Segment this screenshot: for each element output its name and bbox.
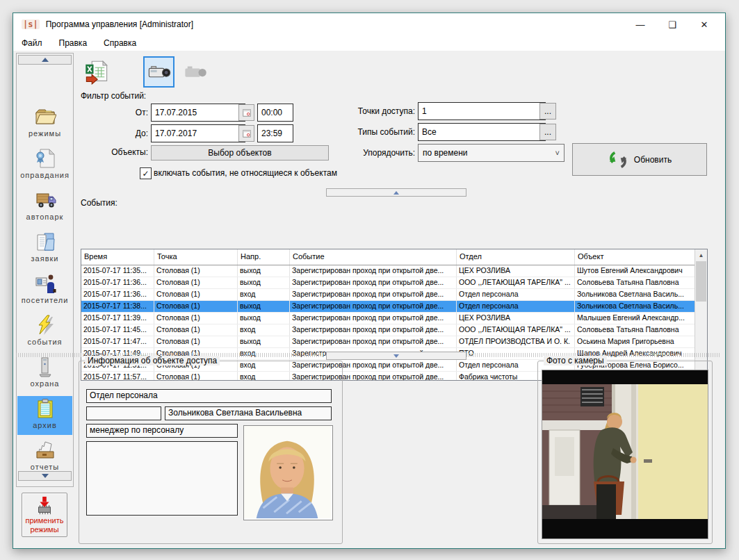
card-file-icon [34, 439, 56, 461]
column-header-event[interactable]: Событие [290, 249, 457, 265]
event-row[interactable]: 2015-07-17 11:45... Столовая (1) вход За… [81, 324, 707, 336]
scrollbar-thumb[interactable] [696, 261, 706, 302]
event-types-field[interactable]: Все [418, 123, 546, 141]
folder-icon [34, 106, 56, 128]
triangle-up-icon [393, 191, 399, 195]
person-portrait-photo [243, 425, 333, 520]
from-label: От: [111, 108, 148, 117]
column-header-direction[interactable]: Напр. [238, 249, 290, 265]
triangle-down-icon [393, 354, 399, 358]
menu-file[interactable]: Файл [20, 37, 44, 49]
collapse-filter-splitter[interactable] [326, 188, 466, 197]
chevron-down-icon [42, 474, 49, 478]
to-label: До: [111, 129, 148, 138]
minimize-button[interactable]: — [629, 14, 651, 35]
camera-photo-group: Фото с камеры [537, 361, 713, 544]
refresh-label: Обновить [634, 155, 672, 165]
client-area: режимы оправдания автопарк заявки посети… [13, 51, 725, 548]
to-date-field[interactable]: 17.07.2017 [151, 124, 245, 142]
camera-image [542, 370, 708, 538]
event-row[interactable]: 2015-07-17 11:47... Столовая (1) выход З… [81, 336, 707, 348]
documents-folder-icon [34, 231, 56, 253]
event-row[interactable]: 2015-07-17 11:35... Столовая (1) выход З… [81, 265, 707, 277]
sidebar-item-security[interactable]: охрана [17, 354, 72, 393]
column-header-object[interactable]: Объект [575, 249, 697, 265]
camera-off-button[interactable] [179, 56, 211, 88]
menu-edit[interactable]: Правка [58, 37, 89, 49]
collapse-table-splitter[interactable] [326, 352, 466, 360]
info-group-title: Информация об объекте доступа [85, 356, 220, 365]
scroll-up-arrow[interactable]: ▲ [695, 249, 707, 261]
events-title: События: [81, 198, 117, 208]
calendar-icon [242, 108, 252, 117]
sidebar-item-fleet[interactable]: автопарк [17, 188, 72, 227]
from-time-field[interactable]: 00:00 [257, 104, 293, 122]
events-table-header: Время Точка Напр. Событие Отдел Объект [81, 249, 707, 265]
to-calendar-button[interactable] [238, 125, 254, 142]
refresh-icon [608, 149, 628, 170]
camera-group-title: Фото с камеры [544, 356, 607, 365]
menu-help[interactable]: Справка [102, 37, 138, 49]
sidebar-scroll-up-button[interactable] [18, 55, 72, 65]
department-field[interactable]: Отдел персонала [86, 389, 332, 403]
camera-snapshot [542, 370, 708, 539]
column-header-time[interactable]: Время [81, 249, 154, 265]
calendar-icon [242, 129, 252, 138]
objects-label: Объекты: [101, 147, 148, 157]
chevron-up-icon [42, 58, 49, 62]
camera-on-button[interactable] [143, 56, 174, 88]
sidebar-scroll-down-button[interactable] [18, 471, 72, 481]
notes-field[interactable] [86, 441, 238, 516]
sidebar-item-events[interactable]: события [17, 313, 72, 352]
clipboard-icon [34, 397, 56, 420]
sidebar: режимы оправдания автопарк заявки посети… [16, 53, 74, 487]
code-field[interactable] [86, 406, 161, 420]
order-by-select[interactable]: по времени ˅ [418, 144, 565, 162]
apply-modes-button[interactable]: применить режимы [22, 493, 67, 537]
sidebar-item-modes[interactable]: режимы [17, 104, 72, 143]
to-time-field[interactable]: 23:59 [257, 124, 293, 142]
from-date-field[interactable]: 17.07.2015 [151, 104, 245, 122]
from-calendar-button[interactable] [238, 104, 254, 121]
column-header-department[interactable]: Отдел [457, 249, 575, 265]
chip-download-icon [34, 495, 55, 516]
column-header-point[interactable]: Точка [154, 249, 238, 265]
select-objects-button[interactable]: Выбор объектов [151, 145, 329, 160]
apply-modes-label: применить режимы [22, 516, 67, 534]
camera-disabled-icon [183, 60, 208, 85]
event-row[interactable]: 2015-07-17 11:39... Столовая (1) выход З… [81, 313, 707, 324]
server-icon [34, 356, 56, 378]
sidebar-item-visitors[interactable]: посетители [17, 271, 72, 310]
access-points-label: Точки доступа: [347, 106, 415, 116]
include-events-label: включать события, не относящиеся к объек… [154, 168, 337, 178]
chevron-down-icon: ˅ [555, 149, 560, 157]
app-icon: |s| [22, 19, 40, 29]
include-events-checkbox[interactable]: ✓ [140, 167, 152, 179]
truck-icon [34, 189, 56, 211]
event-types-browse-button[interactable]: ... [539, 124, 556, 140]
event-row[interactable]: 2015-07-17 11:36... Столовая (1) выход З… [81, 277, 707, 289]
event-types-label: Типы событий: [347, 127, 415, 137]
close-button[interactable]: ✕ [693, 14, 715, 35]
menu-bar: Файл Правка Справка [13, 35, 725, 51]
access-points-field[interactable]: 1 [418, 102, 546, 120]
event-row[interactable]: 2015-07-17 11:36... Столовая (1) вход За… [81, 289, 707, 301]
certificate-document-icon [34, 147, 56, 170]
order-by-label: Упорядочить: [347, 148, 415, 158]
sidebar-item-archive[interactable]: архив [17, 396, 72, 435]
position-field[interactable]: менеджер по персоналу [86, 424, 238, 438]
export-excel-button[interactable] [81, 56, 112, 88]
access-points-browse-button[interactable]: ... [539, 103, 556, 120]
title-bar: |s| Программа управления [Administrator]… [13, 13, 725, 35]
refresh-button[interactable]: Обновить [572, 143, 707, 176]
app-window: |s| Программа управления [Administrator]… [13, 13, 726, 549]
sidebar-item-requests[interactable]: заявки [17, 229, 72, 268]
sidebar-item-justifications[interactable]: оправдания [17, 146, 72, 185]
person-name-field[interactable]: Зольникова Светлана Васильевна [165, 406, 332, 420]
lightning-icon [34, 314, 56, 336]
filter-title: Фильтр событий: [81, 91, 146, 101]
maximize-button[interactable]: ❑ [661, 14, 683, 35]
visitor-badge-icon [34, 272, 56, 295]
excel-export-icon [84, 60, 109, 85]
event-row[interactable]: 2015-07-17 11:38... Столовая (1) выход З… [81, 301, 707, 313]
